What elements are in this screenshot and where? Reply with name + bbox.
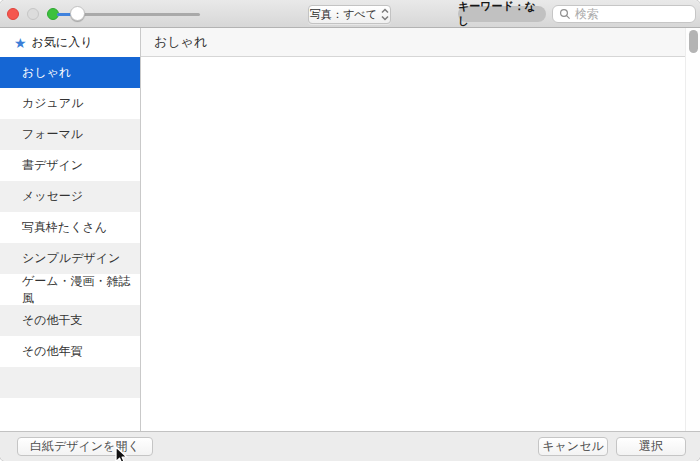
sidebar: ★ お気に入り おしゃれ カジュアル フォーマル bbox=[0, 28, 141, 431]
sidebar-item[interactable]: 写真枠たくさん bbox=[0, 212, 140, 243]
sidebar-empty-area bbox=[0, 398, 140, 431]
sidebar-item-label: フォーマル bbox=[22, 126, 83, 143]
scrollbar-track[interactable] bbox=[685, 28, 700, 431]
sidebar-item[interactable]: その他干支 bbox=[0, 305, 140, 336]
sidebar-item[interactable]: カジュアル bbox=[0, 88, 140, 119]
sidebar-item-label: その他年賀 bbox=[22, 343, 83, 360]
sidebar-item[interactable]: 書デザイン bbox=[0, 150, 140, 181]
sidebar-item-label: メッセージ bbox=[22, 188, 83, 205]
favorites-label: お気に入り bbox=[32, 34, 93, 51]
sidebar-item[interactable]: その他年賀 bbox=[0, 336, 140, 367]
main-panel: おしゃれ bbox=[141, 28, 700, 431]
slider-thumb[interactable] bbox=[70, 6, 85, 21]
section-header-label: おしゃれ bbox=[154, 33, 207, 51]
keyword-filter-button[interactable]: キーワード：なし bbox=[458, 6, 546, 22]
sidebar-item-label: ゲーム・漫画・雑誌風 bbox=[22, 273, 140, 307]
select-button[interactable]: 選択 bbox=[616, 437, 686, 456]
sidebar-category-list: おしゃれ カジュアル フォーマル 書デザイン メッセージ bbox=[0, 57, 140, 367]
search-placeholder: 検索 bbox=[575, 6, 599, 23]
open-blank-design-button[interactable]: 白紙デザインを開く bbox=[17, 437, 153, 456]
sidebar-item-label: カジュアル bbox=[22, 95, 83, 112]
sidebar-item[interactable]: シンプルデザイン bbox=[0, 243, 140, 274]
keyword-filter-label: キーワード：なし bbox=[458, 0, 546, 29]
sidebar-item-label: おしゃれ bbox=[22, 64, 71, 81]
bottom-bar: 白紙デザインを開く キャンセル 選択 bbox=[0, 431, 700, 461]
sidebar-item[interactable]: ゲーム・漫画・雑誌風 bbox=[0, 274, 140, 305]
sidebar-item[interactable]: おしゃれ bbox=[0, 57, 140, 88]
template-chooser-window: 写真：すべて キーワード：なし 検索 ★ お気に入り bbox=[0, 0, 700, 461]
star-icon: ★ bbox=[14, 36, 27, 50]
sidebar-item-label: その他干支 bbox=[22, 312, 83, 329]
cancel-button[interactable]: キャンセル bbox=[538, 437, 608, 456]
minimize-button-disabled bbox=[27, 8, 39, 20]
titlebar: 写真：すべて キーワード：なし 検索 bbox=[0, 0, 700, 28]
template-grid-empty bbox=[141, 57, 700, 431]
body-area: ★ お気に入り おしゃれ カジュアル フォーマル bbox=[0, 28, 700, 431]
sidebar-favorites-header: ★ お気に入り bbox=[0, 28, 140, 57]
close-button[interactable] bbox=[7, 8, 19, 20]
sidebar-item-label: 写真枠たくさん bbox=[22, 219, 107, 236]
search-icon bbox=[559, 8, 571, 20]
thumbnail-zoom-slider[interactable] bbox=[57, 6, 200, 22]
window-controls bbox=[7, 8, 59, 20]
search-input[interactable]: 検索 bbox=[552, 5, 696, 23]
sidebar-item-label: 書デザイン bbox=[22, 157, 83, 174]
photos-filter-label: 写真：すべて bbox=[310, 7, 377, 22]
dialog-actions: キャンセル 選択 bbox=[538, 437, 686, 456]
sidebar-item[interactable]: フォーマル bbox=[0, 119, 140, 150]
sidebar-item[interactable]: メッセージ bbox=[0, 181, 140, 212]
photos-filter-popup[interactable]: 写真：すべて bbox=[308, 5, 391, 24]
popup-chevrons-icon bbox=[381, 8, 389, 21]
scrollbar-thumb[interactable] bbox=[689, 30, 698, 53]
section-header: おしゃれ bbox=[141, 28, 685, 57]
sidebar-empty-row bbox=[0, 367, 140, 398]
sidebar-item-label: シンプルデザイン bbox=[22, 250, 120, 267]
